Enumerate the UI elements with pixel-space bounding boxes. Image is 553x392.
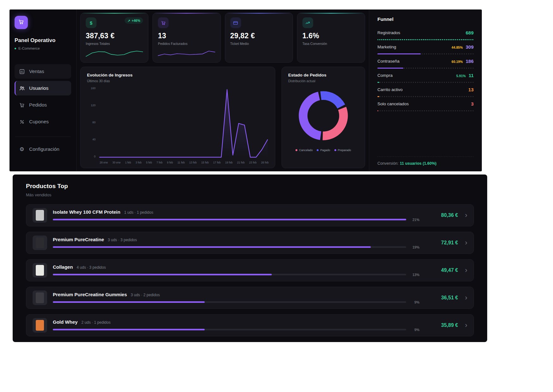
funnel-bar-track (377, 39, 474, 40)
x-axis-tick: 26 feb (261, 161, 269, 164)
x-axis-tick: 21 feb (237, 161, 245, 164)
dashboard-top: Panel Operativo E-Commerce Ventas Usuari… (9, 9, 482, 171)
sidebar-item-configuracion[interactable]: ⚙ Configuración (15, 142, 71, 156)
funnel-bar-fill (377, 53, 421, 54)
chevron-right-icon[interactable]: › (465, 239, 467, 246)
product-price: 80,36 € (425, 212, 458, 218)
product-image (33, 291, 47, 305)
chevron-right-icon[interactable]: › (465, 294, 467, 301)
legend-item: Pagado (317, 149, 330, 152)
sidebar-item-cupones[interactable]: Cupones (15, 114, 71, 129)
product-list: Isolate Whey 100 CFM Protein 1 uds · 1 p… (26, 204, 474, 336)
funnel-bar-track (377, 110, 474, 111)
product-name: Isolate Whey 100 CFM Protein (53, 209, 120, 215)
sidebar: Panel Operativo E-Commerce Ventas Usuari… (9, 9, 77, 171)
y-axis-tick: 80 (92, 121, 96, 124)
x-axis: 28 ene30 ene1 feb3 feb5 feb7 feb9 feb11 … (100, 161, 269, 164)
app-logo[interactable] (15, 16, 28, 29)
product-bar-track (53, 329, 406, 330)
kpi-card-ingresos: $ ↗ +46% 387,63 € Ingresos Totales (80, 13, 148, 63)
legend-dot (317, 149, 319, 151)
x-axis-tick: 17 feb (213, 161, 221, 164)
x-axis-tick: 11 feb (177, 161, 185, 164)
funnel-bar-track (377, 68, 474, 69)
product-row[interactable]: Isolate Whey 100 CFM Protein 1 uds · 1 p… (26, 204, 474, 226)
x-axis-tick: 1 feb (125, 161, 131, 164)
product-image (33, 236, 47, 250)
product-row[interactable]: Premium PureCreatine 3 uds · 3 pedidos 1… (26, 232, 474, 254)
product-price: 36,51 € (425, 295, 458, 301)
product-price: 49,47 € (425, 267, 458, 273)
orders-donut-chart (295, 88, 351, 144)
kpi-card-conversion: 1.6% Tasa Conversión (297, 13, 365, 63)
funnel-stage-label: Compra (377, 73, 393, 78)
product-name: Gold Whey (53, 319, 78, 325)
product-bar-track (53, 301, 406, 303)
funnel-row-registrados: Registrados 689 (377, 27, 474, 41)
funnel-panel: Funnel Registrados 689 Marketing 44.85% (369, 9, 482, 171)
funnel-bar-fill (377, 68, 403, 69)
product-share-pct: 13% (409, 273, 419, 277)
chevron-right-icon[interactable]: › (465, 212, 467, 219)
legend-item: Cancelado (295, 149, 313, 152)
product-row[interactable]: Gold Whey 2 uds · 1 pedidos 9% 35,89 € › (26, 314, 474, 336)
kpi-label: Tasa Conversión (302, 42, 360, 46)
x-axis-tick: 15 feb (201, 161, 209, 164)
sidebar-item-pedidos[interactable]: Pedidos (15, 98, 71, 112)
trend-up-icon: ↗ (127, 19, 130, 22)
product-image (33, 208, 47, 223)
product-row[interactable]: Collagen 4 uds · 3 pedidos 13% 49,47 € › (26, 259, 474, 281)
legend-item: Preparado (334, 149, 351, 152)
x-axis-tick: 5 feb (146, 161, 152, 164)
status-dot (15, 48, 16, 49)
kpi-card-pedidos: 13 Pedidos Facturados (152, 13, 221, 63)
x-axis-tick: 13 feb (189, 161, 197, 164)
product-name: Premium PureCreatine Gummies (53, 292, 127, 297)
kpi-value: 1.6% (302, 32, 360, 40)
kpi-value: 29,82 € (230, 32, 288, 40)
cart-icon (158, 17, 169, 28)
bar-chart-icon (19, 68, 25, 75)
sparkline-chart (230, 49, 288, 58)
product-row[interactable]: Premium PureCreatine Gummies 3 uds · 2 p… (26, 287, 474, 309)
sparkline-chart (158, 49, 215, 58)
sidebar-item-usuarios[interactable]: Usuarios (15, 81, 71, 95)
sidebar-divider (15, 137, 71, 137)
legend-label: Pagado (320, 149, 330, 152)
funnel-bar-fill (377, 110, 378, 111)
card-accent-line (225, 13, 293, 14)
kpi-card-ticket: 29,82 € Ticket Medio (225, 13, 293, 63)
funnel-bar-track (377, 53, 474, 54)
funnel-stage-label: Contraseña (377, 59, 400, 64)
funnel-stage-pct: 44.85% (451, 46, 463, 49)
card-accent-line (153, 13, 220, 14)
section-title: Productos Top (26, 183, 474, 190)
funnel-row-compra: Compra 5.91% 11 (377, 70, 474, 84)
kpi-row: $ ↗ +46% 387,63 € Ingresos Totales (80, 13, 365, 63)
funnel-title: Funnel (377, 16, 474, 22)
funnel-bar-fill (377, 82, 379, 83)
gear-icon: ⚙ (19, 146, 25, 152)
funnel-row-contrasena: Contraseña 60.19% 186 (377, 56, 474, 70)
sparkline-chart (302, 49, 360, 58)
funnel-stage-pct: 60.19% (451, 60, 463, 64)
funnel-stage-label: Marketing (377, 45, 396, 49)
y-axis-tick: 0 (94, 155, 96, 158)
conversion-summary: Conversión:11 usuarios (1.60%) (377, 156, 474, 166)
product-share-pct: 9% (409, 300, 419, 304)
revenue-line-chart (98, 87, 269, 159)
product-bar-fill (53, 246, 371, 248)
sidebar-item-ventas[interactable]: Ventas (15, 64, 71, 79)
product-bar-fill (53, 301, 205, 303)
legend-label: Cancelado (299, 149, 313, 152)
revenue-chart-card: Evolución de Ingresos Últimos 30 días 16… (80, 67, 275, 168)
chart-subtitle: Distribución actual (288, 79, 358, 83)
funnel-row-solo-cancelados: Solo cancelados 3 (377, 98, 474, 113)
funnel-stage-label: Carrito activo (377, 87, 403, 92)
product-meta: 1 uds · 1 pedidos (124, 210, 153, 215)
y-axis-tick: 40 (92, 138, 96, 141)
product-bar-fill (53, 219, 406, 220)
chevron-right-icon[interactable]: › (465, 322, 467, 329)
chevron-right-icon[interactable]: › (465, 267, 467, 274)
product-meta: 3 uds · 3 pedidos (108, 238, 137, 242)
